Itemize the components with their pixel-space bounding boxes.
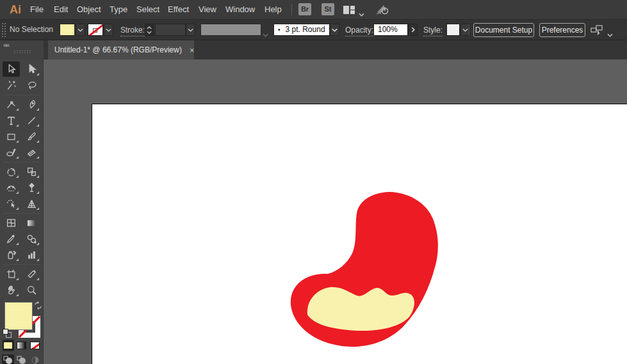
canvas-area[interactable]	[44, 59, 627, 364]
menu-bar: Ai File Edit Object Type Select Effect V…	[0, 0, 627, 19]
menu-window[interactable]: Window	[224, 0, 256, 19]
slice-tool[interactable]	[23, 266, 40, 281]
brush-definition-dropdown[interactable]: • 3 pt. Round	[273, 24, 330, 36]
stroke-weight-chevron[interactable]	[186, 24, 195, 36]
draw-normal-button[interactable]	[2, 354, 14, 364]
menubar-separator	[291, 4, 292, 15]
rotate-tool[interactable]	[3, 164, 20, 179]
blend-tool[interactable]	[23, 231, 40, 246]
opacity-label[interactable]: Opacity:	[345, 24, 373, 36]
tools-panel	[0, 59, 44, 364]
align-options-icon[interactable]	[590, 25, 605, 38]
collapse-panel-icon[interactable]: ««	[3, 41, 8, 49]
draw-behind-button[interactable]	[15, 354, 28, 364]
brush-definition-chevron[interactable]	[330, 24, 339, 36]
width-profile-dropdown	[200, 24, 261, 36]
shape-builder-tool[interactable]	[3, 196, 20, 211]
symbol-sprayer-tool[interactable]	[3, 247, 20, 262]
stock-button[interactable]: St	[322, 3, 334, 15]
controlbar-separator	[469, 24, 469, 36]
width-tool[interactable]	[3, 180, 20, 195]
zoom-tool[interactable]	[23, 282, 40, 297]
menu-select[interactable]: Select	[135, 0, 161, 19]
scale-tool[interactable]	[23, 164, 40, 179]
rectangle-tool[interactable]	[3, 129, 20, 144]
menu-edit[interactable]: Edit	[53, 0, 69, 19]
bridge-button[interactable]: Br	[298, 3, 311, 15]
default-fill-stroke-icon[interactable]	[3, 329, 12, 338]
free-transform-tool[interactable]	[23, 180, 40, 195]
width-profile-chevron-icon	[263, 28, 268, 40]
stroke-color-swatch[interactable]	[88, 24, 103, 36]
stroke-weight-field[interactable]	[155, 24, 186, 36]
stroke-indicator-icon	[93, 28, 97, 33]
brush-bullet-icon: •	[278, 24, 281, 35]
illustrator-window: Ai File Edit Object Type Select Effect V…	[0, 0, 627, 364]
tab-close-icon[interactable]: ×	[190, 45, 195, 55]
arrange-documents-chevron-icon[interactable]	[359, 8, 364, 19]
menu-effect[interactable]: Effect	[167, 0, 190, 19]
control-bar: No Selection Stroke: • 3 pt. Round	[0, 19, 627, 40]
column-graph-tool[interactable]	[23, 247, 40, 262]
type-tool[interactable]	[3, 113, 20, 128]
draw-inside-button	[29, 354, 41, 364]
fill-color-swatch[interactable]	[60, 24, 75, 36]
swap-fill-stroke-icon[interactable]	[34, 301, 42, 312]
drawing-mode-row	[0, 352, 43, 364]
line-segment-tool[interactable]	[23, 113, 40, 128]
magic-wand-tool[interactable]	[3, 77, 20, 93]
document-setup-button[interactable]: Document Setup	[473, 23, 534, 37]
selection-status: No Selection	[10, 20, 53, 40]
style-swatch[interactable]	[446, 24, 460, 36]
controlbar-drag-handle[interactable]	[1, 22, 6, 38]
document-tab[interactable]: Untitled-1* @ 66.67% (RGB/Preview) ×	[48, 40, 194, 59]
shaper-tool[interactable]	[3, 145, 20, 160]
fill-color-chevron[interactable]	[76, 24, 85, 36]
menu-type[interactable]: Type	[108, 0, 129, 19]
fill-swatch-active[interactable]	[4, 302, 33, 330]
gradient-button[interactable]	[16, 340, 28, 351]
gpu-performance-icon[interactable]	[375, 3, 390, 19]
app-logo: Ai	[5, 1, 26, 18]
menu-help[interactable]: Help	[263, 0, 283, 19]
curvature-tool[interactable]	[23, 97, 40, 112]
stroke-weight-stepper[interactable]	[145, 24, 154, 36]
gradient-tool[interactable]	[23, 215, 40, 230]
style-label[interactable]: Style:	[423, 24, 443, 36]
opacity-expand-arrow[interactable]	[408, 24, 418, 36]
hand-tool[interactable]	[3, 282, 20, 297]
toolbar-separator	[3, 95, 40, 95]
tools-panel-drag-handle[interactable]	[13, 50, 31, 54]
selection-tool[interactable]	[3, 61, 20, 77]
arrange-documents-icon[interactable]	[343, 5, 355, 17]
stroke-weight-label[interactable]: Stroke:	[120, 24, 145, 36]
artboard-tool[interactable]	[3, 266, 20, 281]
align-options-chevron-icon[interactable]	[607, 28, 613, 40]
preferences-button[interactable]: Preferences	[539, 23, 585, 37]
toolbar-separator	[3, 162, 40, 162]
mesh-tool[interactable]	[3, 215, 20, 230]
none-button[interactable]	[29, 340, 40, 351]
document-tab-title: Untitled-1* @ 66.67% (RGB/Preview)	[54, 45, 182, 54]
eraser-tool[interactable]	[23, 145, 40, 160]
toolbar-separator	[3, 264, 40, 265]
stroke-color-chevron[interactable]	[104, 24, 113, 36]
fill-stroke-indicator	[0, 301, 43, 338]
color-button[interactable]	[3, 340, 14, 351]
paintbrush-tool[interactable]	[23, 129, 40, 144]
pen-tool[interactable]	[3, 97, 20, 112]
perspective-grid-tool[interactable]	[23, 196, 40, 211]
opacity-field[interactable]: 100%	[373, 24, 408, 36]
color-mode-row	[0, 338, 43, 352]
tools-panel-header: ««	[0, 40, 44, 59]
direct-selection-tool[interactable]	[23, 61, 40, 77]
menu-file[interactable]: File	[29, 0, 45, 19]
brush-definition-value: 3 pt. Round	[286, 24, 325, 35]
lasso-tool[interactable]	[23, 77, 40, 93]
artwork	[44, 59, 627, 364]
menu-view[interactable]: View	[197, 0, 218, 19]
eyedropper-tool[interactable]	[3, 231, 20, 246]
menu-object[interactable]: Object	[76, 0, 102, 19]
document-tab-bar: «« Untitled-1* @ 66.67% (RGB/Preview) ×	[0, 40, 627, 59]
toolbar-separator	[3, 213, 40, 214]
